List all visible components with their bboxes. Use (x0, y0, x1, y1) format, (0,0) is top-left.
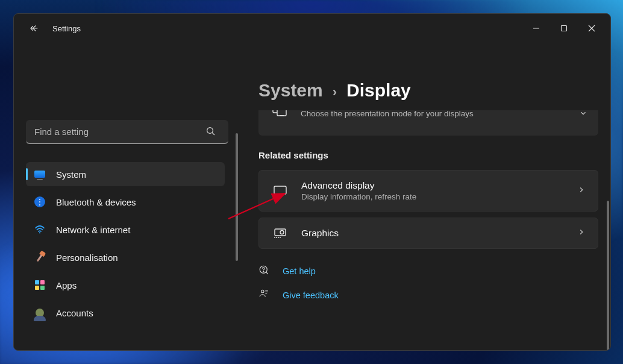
sidebar: System ⋮ Bluetooth & devices Network & i… (14, 43, 234, 350)
nav-list: System ⋮ Bluetooth & devices Network & i… (26, 162, 225, 325)
monitor-icon (272, 185, 288, 197)
svg-point-2 (207, 128, 213, 134)
svg-rect-8 (274, 186, 286, 194)
display-icon (34, 169, 45, 180)
svg-rect-1 (562, 26, 567, 31)
svg-line-3 (212, 133, 214, 135)
link-label: Get help (283, 266, 316, 276)
feedback-icon (258, 289, 269, 302)
breadcrumb-parent[interactable]: System (258, 80, 323, 101)
sidebar-item-label: Personalisation (56, 253, 118, 263)
maximize-button[interactable] (550, 19, 578, 38)
sidebar-item-label: Apps (56, 280, 77, 290)
multiple-displays-icon (272, 110, 287, 118)
paintbrush-icon (34, 252, 45, 263)
section-header-related: Related settings (258, 150, 598, 160)
search-input[interactable] (26, 120, 228, 144)
minimize-button[interactable] (522, 19, 550, 38)
close-icon (588, 25, 595, 32)
settings-window: Settings System (13, 13, 611, 351)
sidebar-item-label: Network & internet (56, 225, 130, 235)
content-area: System ⋮ Bluetooth & devices Network & i… (14, 43, 610, 350)
card-subtitle: Display information, refresh rate (301, 192, 416, 201)
sidebar-item-label: Bluetooth & devices (56, 197, 136, 207)
gpu-icon (272, 228, 288, 239)
wifi-icon (34, 224, 45, 235)
sidebar-item-accounts[interactable]: Accounts (26, 301, 225, 325)
setting-card-graphics[interactable]: Graphics (258, 218, 598, 249)
svg-rect-6 (277, 110, 286, 116)
setting-card-advanced-display[interactable]: Advanced display Display information, re… (258, 170, 598, 212)
sidebar-item-apps[interactable]: Apps (26, 273, 225, 297)
svg-point-17 (263, 271, 264, 272)
arrow-left-icon (29, 23, 40, 34)
close-button[interactable] (578, 19, 606, 38)
chevron-right-icon (577, 186, 586, 196)
card-title: Graphics (301, 228, 339, 239)
chevron-right-icon: › (333, 84, 337, 100)
card-subtitle: Choose the presentation mode for your di… (301, 110, 474, 118)
minimize-icon (533, 25, 540, 32)
sidebar-item-personalisation[interactable]: Personalisation (26, 245, 225, 269)
chevron-down-icon (579, 110, 587, 120)
titlebar: Settings (14, 14, 610, 43)
help-links: Get help Give feedback (258, 265, 598, 302)
sidebar-item-label: Accounts (56, 308, 93, 318)
maximize-icon (560, 25, 568, 32)
sidebar-item-label: System (56, 169, 86, 180)
svg-point-4 (39, 232, 40, 233)
bluetooth-icon: ⋮ (34, 196, 45, 207)
sidebar-item-system[interactable]: System (26, 162, 225, 186)
svg-point-18 (261, 290, 265, 293)
sidebar-item-network[interactable]: Network & internet (26, 218, 225, 242)
window-controls (522, 19, 606, 38)
svg-point-11 (280, 231, 284, 234)
apps-icon (34, 280, 45, 290)
sidebar-item-bluetooth[interactable]: ⋮ Bluetooth & devices (26, 190, 225, 214)
main-panel: System › Display Choose the presentation… (234, 43, 610, 350)
main-scrollbar[interactable] (607, 201, 609, 350)
breadcrumb-current: Display (346, 80, 411, 101)
link-give-feedback[interactable]: Give feedback (258, 289, 598, 302)
link-label: Give feedback (283, 290, 339, 300)
app-title: Settings (52, 24, 81, 33)
back-button[interactable] (25, 19, 44, 38)
help-icon (258, 265, 269, 278)
person-icon (34, 307, 45, 318)
link-get-help[interactable]: Get help (258, 265, 598, 278)
search-icon (205, 126, 216, 137)
breadcrumb: System › Display (258, 80, 598, 101)
chevron-right-icon (577, 228, 586, 239)
setting-card-multiple-displays[interactable]: Choose the presentation mode for your di… (258, 110, 598, 136)
card-title: Advanced display (301, 180, 416, 191)
search-container (26, 120, 225, 144)
